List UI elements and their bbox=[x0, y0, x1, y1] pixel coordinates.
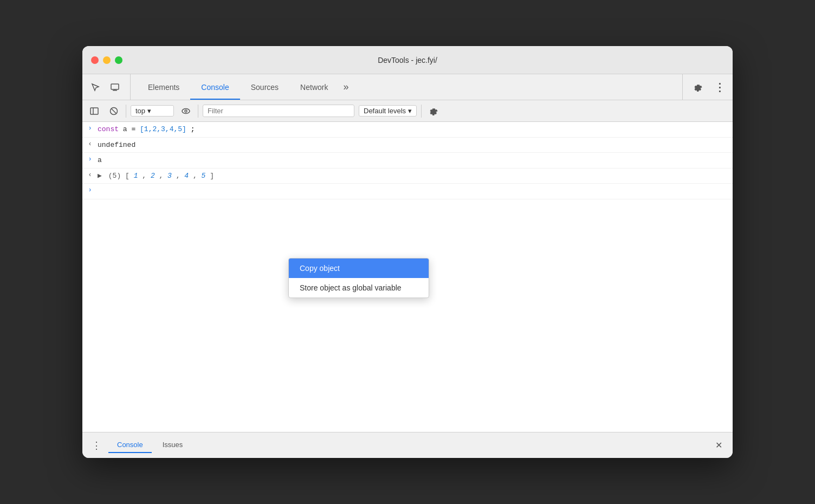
close-panel-button[interactable]: ✕ bbox=[711, 438, 726, 453]
line-prompt: › bbox=[82, 155, 98, 163]
console-settings-icon[interactable] bbox=[426, 104, 441, 119]
console-line-array: ‹ ▶ (5) [ 1 , 2 , 3 , 4 , 5 ] Copy objec… bbox=[82, 169, 733, 184]
svg-point-8 bbox=[185, 110, 187, 112]
device-icon[interactable] bbox=[106, 79, 124, 96]
devtools-window: DevTools - jec.fyi/ Elements C bbox=[82, 46, 733, 458]
tab-elements[interactable]: Elements bbox=[137, 74, 190, 100]
toolbar-divider-3 bbox=[421, 105, 422, 118]
svg-point-7 bbox=[182, 108, 190, 113]
svg-rect-0 bbox=[111, 84, 119, 89]
console-line: › const a = [1,2,3,4,5] ; bbox=[82, 122, 733, 138]
nav-icon-group bbox=[87, 74, 131, 100]
inspect-icon[interactable] bbox=[87, 79, 104, 96]
tab-network[interactable]: Network bbox=[289, 74, 339, 100]
console-line-prompt: › bbox=[82, 184, 733, 199]
line-prompt: ‹ bbox=[82, 171, 98, 179]
clear-console-icon[interactable] bbox=[106, 104, 121, 119]
line-prompt: › bbox=[82, 186, 98, 194]
nav-right-controls: ⋮ bbox=[682, 74, 728, 100]
tab-console[interactable]: Console bbox=[190, 74, 240, 100]
nav-bar: Elements Console Sources Network » ⋮ bbox=[82, 74, 733, 100]
context-selector[interactable]: top ▾ bbox=[131, 105, 174, 117]
title-bar: DevTools - jec.fyi/ bbox=[82, 46, 733, 74]
console-toolbar: top ▾ Default levels ▾ bbox=[82, 100, 733, 122]
toolbar-divider-2 bbox=[198, 105, 198, 118]
bottom-more-icon[interactable]: ⋮ bbox=[89, 438, 104, 453]
window-title: DevTools - jec.fyi/ bbox=[378, 56, 437, 64]
context-menu-item-copy[interactable]: Copy object bbox=[289, 259, 429, 278]
line-content: ▶ (5) [ 1 , 2 , 3 , 4 , 5 ] bbox=[98, 171, 728, 182]
levels-dropdown[interactable]: Default levels ▾ bbox=[359, 105, 417, 117]
expand-icon[interactable]: ▶ bbox=[98, 171, 104, 182]
minimize-button[interactable] bbox=[103, 56, 111, 64]
bottom-bar: ⋮ Console Issues ✕ bbox=[82, 432, 733, 458]
context-menu-item-store[interactable]: Store object as global variable bbox=[289, 278, 429, 298]
sidebar-toggle-icon[interactable] bbox=[87, 104, 102, 119]
more-options-icon[interactable]: ⋮ bbox=[711, 79, 728, 96]
bottom-tab-console[interactable]: Console bbox=[108, 437, 152, 453]
bottom-tabs: Console Issues bbox=[108, 437, 711, 453]
toolbar-divider bbox=[126, 105, 126, 118]
close-button[interactable] bbox=[91, 56, 99, 64]
settings-icon[interactable] bbox=[689, 79, 707, 96]
context-menu: Copy object Store object as global varia… bbox=[288, 258, 429, 298]
maximize-button[interactable] bbox=[115, 56, 122, 64]
tab-sources[interactable]: Sources bbox=[240, 74, 289, 100]
traffic-lights bbox=[91, 56, 122, 64]
more-tabs-button[interactable]: » bbox=[339, 74, 353, 100]
line-content[interactable] bbox=[98, 186, 728, 197]
svg-rect-1 bbox=[113, 90, 117, 91]
svg-line-6 bbox=[112, 109, 116, 113]
line-content: undefined bbox=[98, 140, 728, 151]
svg-rect-3 bbox=[90, 108, 98, 114]
line-prompt: ‹ bbox=[82, 140, 98, 148]
console-line: ‹ undefined bbox=[82, 138, 733, 153]
nav-tabs: Elements Console Sources Network » bbox=[137, 74, 682, 100]
console-line: › a bbox=[82, 153, 733, 169]
console-area: › const a = [1,2,3,4,5] ; ‹ undefined › … bbox=[82, 122, 733, 432]
bottom-tab-issues[interactable]: Issues bbox=[154, 437, 192, 453]
eye-icon[interactable] bbox=[178, 104, 193, 119]
line-content: a bbox=[98, 155, 728, 166]
filter-input[interactable] bbox=[203, 105, 354, 117]
line-content: const a = [1,2,3,4,5] ; bbox=[98, 124, 728, 135]
line-prompt: › bbox=[82, 124, 98, 132]
